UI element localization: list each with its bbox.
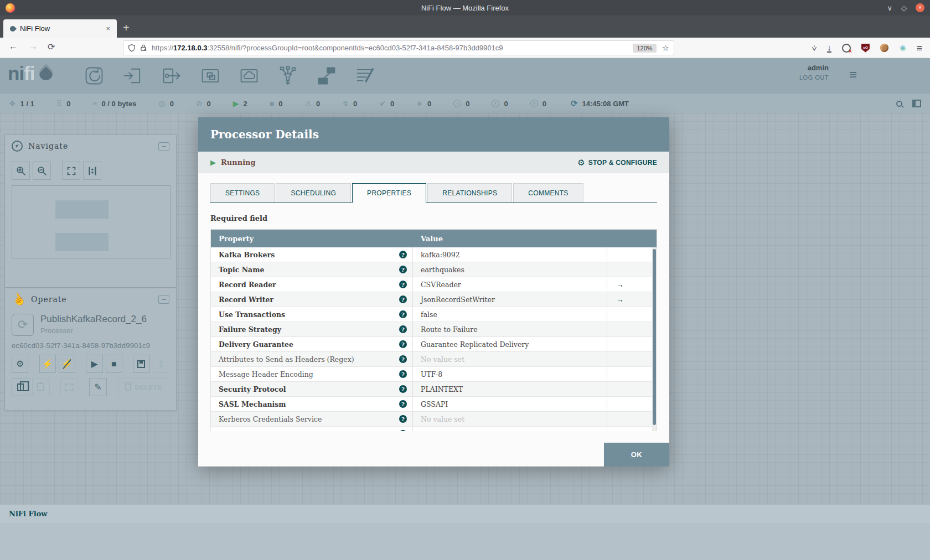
help-icon[interactable]: ?: [399, 340, 407, 348]
sidebar-toggle-icon[interactable]: [912, 100, 921, 107]
help-icon[interactable]: ?: [399, 310, 407, 318]
adblock-icon[interactable]: uO: [861, 44, 870, 53]
create-template-button[interactable]: [133, 355, 149, 373]
close-button[interactable]: ×: [916, 3, 924, 12]
funnel-icon[interactable]: [277, 65, 299, 87]
table-row: Kerberos Service Name?No value set: [211, 427, 657, 431]
queue-icon: ≡: [92, 100, 97, 107]
url-bar[interactable]: https://172.18.0.3:32558/nifi/?processGr…: [123, 40, 674, 55]
zoom-in-button[interactable]: [12, 162, 30, 180]
group-button[interactable]: [60, 378, 78, 396]
navigate-collapse-button[interactable]: –: [158, 142, 169, 151]
tab-relationships[interactable]: RELATIONSHIPS: [427, 183, 512, 203]
shield-icon[interactable]: [128, 44, 136, 52]
nifi-global-menu-icon[interactable]: ≡: [849, 67, 857, 82]
help-icon[interactable]: ?: [399, 355, 407, 363]
logout-link[interactable]: LOG OUT: [799, 74, 829, 81]
statusbar-count: 0: [170, 100, 174, 108]
breadcrumb-label[interactable]: NiFi Flow: [9, 510, 48, 518]
table-row: Failure Strategy?Route to Failure: [211, 322, 657, 337]
operate-collapse-button[interactable]: –: [158, 295, 169, 304]
help-icon[interactable]: ?: [399, 325, 407, 333]
process-group-icon[interactable]: [199, 65, 221, 87]
upload-template-button[interactable]: ⇧: [153, 355, 169, 373]
statusbar-item: ∗0: [416, 100, 431, 108]
refresh-icon[interactable]: ⟳: [571, 98, 578, 108]
tab-close-icon[interactable]: ×: [104, 24, 112, 33]
extension-icon[interactable]: ✳: [899, 44, 906, 52]
tab-comments[interactable]: COMMENTS: [513, 183, 583, 203]
window-title: NiFi Flow — Mozilla Firefox: [0, 4, 930, 12]
download-icon[interactable]: ↓: [827, 43, 831, 53]
account-icon[interactable]: [842, 44, 851, 53]
remote-process-group-icon[interactable]: [238, 65, 260, 87]
property-value: PLAINTEXT: [421, 385, 463, 393]
color-button[interactable]: ✎: [89, 378, 107, 396]
browser-tab[interactable]: NiFi Flow ×: [3, 19, 117, 38]
statusbar-item: ▶2: [233, 100, 247, 108]
zoom-out-button[interactable]: [33, 162, 51, 180]
scrollbar[interactable]: [652, 247, 657, 431]
configuration-button[interactable]: ⚙: [12, 355, 28, 373]
running-status-text: Running: [221, 158, 256, 167]
minimap[interactable]: [12, 185, 170, 258]
zoom-fit-button[interactable]: [62, 162, 80, 180]
help-icon[interactable]: ?: [399, 370, 407, 378]
statusbar-count: 2: [244, 100, 247, 108]
start-button[interactable]: ▶: [86, 355, 102, 373]
lock-icon[interactable]: [140, 44, 147, 52]
input-port-icon[interactable]: [122, 65, 144, 87]
forward-button[interactable]: →: [29, 42, 38, 51]
stop-configure-button[interactable]: ⚙ STOP & CONFIGURE: [577, 158, 657, 168]
pocket-icon[interactable]: ⩒: [812, 44, 817, 52]
cookie-extension-icon[interactable]: [880, 44, 888, 52]
canvas-bottom: [0, 523, 930, 560]
minimize-icon[interactable]: ∨: [887, 4, 892, 12]
hand-icon: ☝: [9, 290, 28, 309]
url-text[interactable]: https://172.18.0.3:32558/nifi/?processGr…: [152, 44, 633, 52]
help-icon[interactable]: ?: [399, 251, 407, 258]
new-tab-button[interactable]: +: [123, 22, 130, 33]
help-icon[interactable]: ?: [399, 415, 407, 423]
stop-button[interactable]: ■: [106, 355, 122, 373]
delete-button[interactable]: DELETE: [118, 378, 169, 396]
property-name: Record Writer: [219, 295, 273, 304]
compass-icon: [12, 141, 23, 152]
help-icon[interactable]: ?: [399, 266, 407, 273]
help-icon[interactable]: ?: [399, 400, 407, 408]
template-icon[interactable]: [316, 65, 338, 87]
help-icon[interactable]: ?: [399, 281, 407, 288]
output-port-icon[interactable]: [161, 65, 183, 87]
up-to-date-icon: ✔: [379, 100, 386, 107]
tab-settings[interactable]: SETTINGS: [210, 183, 275, 203]
paste-button[interactable]: [32, 378, 50, 396]
browser-menu-button[interactable]: ≡: [916, 43, 922, 53]
tab-scheduling[interactable]: SCHEDULING: [276, 183, 351, 203]
help-icon[interactable]: ?: [399, 385, 407, 393]
goto-service-icon[interactable]: →: [607, 295, 624, 304]
property-name: SASL Mechanism: [219, 400, 286, 408]
tab-properties[interactable]: PROPERTIES: [352, 183, 426, 203]
bookmark-star-icon[interactable]: ☆: [662, 43, 669, 53]
back-button[interactable]: ←: [9, 42, 18, 51]
breadcrumb[interactable]: NiFi Flow: [0, 505, 930, 523]
scrollbar-thumb[interactable]: [653, 249, 656, 425]
minimap-node: [55, 233, 108, 251]
copy-button[interactable]: [12, 378, 29, 396]
maximize-icon[interactable]: ◇: [901, 4, 907, 12]
refresh-block[interactable]: ⟳ 14:45:08 GMT: [571, 98, 629, 108]
zoom-level-badge[interactable]: 120%: [633, 44, 656, 53]
help-icon[interactable]: ?: [399, 430, 407, 431]
ok-button[interactable]: OK: [604, 443, 669, 466]
processor-icon[interactable]: [83, 65, 105, 87]
help-icon[interactable]: ?: [399, 295, 407, 303]
disable-button[interactable]: ⚡: [59, 355, 75, 373]
search-icon[interactable]: [896, 101, 902, 107]
enable-button[interactable]: ⚡: [39, 355, 56, 373]
nifi-logo-text-dark: ni: [8, 63, 24, 85]
label-icon[interactable]: [354, 65, 376, 87]
reload-button[interactable]: ⟳: [48, 42, 55, 52]
goto-service-icon[interactable]: →: [607, 280, 624, 289]
window-titlebar: NiFi Flow — Mozilla Firefox ∨ ◇ ×: [0, 0, 930, 15]
zoom-actual-button[interactable]: [83, 162, 101, 180]
